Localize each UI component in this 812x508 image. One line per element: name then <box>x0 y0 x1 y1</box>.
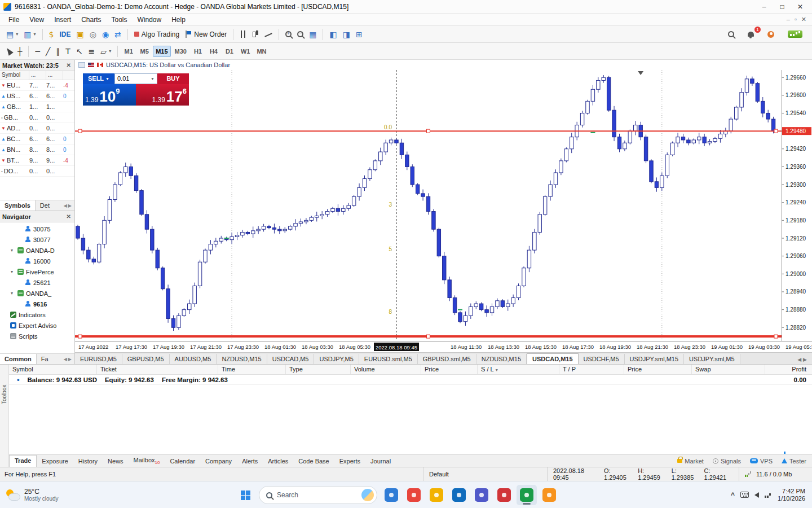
menu-insert[interactable]: Insert <box>49 15 76 25</box>
toolbox-tab-news[interactable]: News <box>103 456 129 466</box>
chart-canvas[interactable]: 0.03581.296601.296001.295401.294801.2942… <box>75 70 812 352</box>
lines-group-icon[interactable]: ≡ <box>86 46 98 57</box>
chart-tab-usdjpy-sml-m5[interactable]: USDJPY.sml,M5 <box>684 354 740 364</box>
record-icon[interactable]: ◎ <box>87 29 99 40</box>
chart-tab-usdjpy-sml-m15[interactable]: USDJPY.sml,M15 <box>625 354 685 364</box>
menu-tools[interactable]: Tools <box>107 15 133 25</box>
close-icon[interactable]: ✕ <box>65 62 72 68</box>
navigator-item-oanda-d[interactable]: ▾OANDA-D <box>0 245 74 256</box>
zoom-in-icon[interactable] <box>283 29 294 39</box>
chart-tab-nzdusd-m15[interactable]: NZDUSD,M15 <box>476 354 527 364</box>
clock-widget[interactable]: 7:42 PM 1/10/2026 <box>778 488 805 502</box>
dock-window-icon[interactable]: ⊞ <box>353 29 365 40</box>
market-watch-row[interactable]: ▼EU...7...7...-4 <box>0 80 74 91</box>
sell-button[interactable]: SELL ▼ <box>83 73 114 84</box>
toolbox-tab-experts[interactable]: Experts <box>334 456 365 466</box>
menu-window[interactable]: Window <box>133 15 167 25</box>
arrange-left-icon[interactable]: ◧ <box>326 29 339 40</box>
community-account-icon[interactable] <box>765 29 777 40</box>
navigator-item-expert-adviso[interactable]: Expert Adviso <box>0 320 74 331</box>
timeframe-h4[interactable]: H4 <box>206 46 221 57</box>
chart-tab-usdcad-m5[interactable]: USDCAD,M5 <box>267 354 315 364</box>
menu-file[interactable]: File <box>3 15 24 25</box>
arrow-object-icon[interactable]: ↖ <box>73 46 86 57</box>
sell-price[interactable]: 1.39 10 9 <box>83 84 136 106</box>
timeframe-m15[interactable]: M15 <box>153 46 170 57</box>
chart-tab-usdchf-m5[interactable]: USDCHF,M5 <box>579 354 625 364</box>
zoom-out-icon[interactable] <box>294 29 306 39</box>
taskbar-edge-icon[interactable] <box>381 485 401 505</box>
sync-icon[interactable]: ⇄ <box>112 29 124 40</box>
horizontal-line-icon[interactable]: ─ <box>32 46 42 57</box>
algo-trading-button[interactable]: Algo Trading <box>131 29 182 40</box>
market-watch-row[interactable]: ▼AD...0...0... <box>0 123 74 134</box>
search-icon[interactable] <box>725 29 737 39</box>
maximize-button[interactable]: □ <box>774 3 791 11</box>
navigator-tab-fa[interactable]: Fa <box>37 354 53 364</box>
toolbox-column-ticket[interactable]: Ticket <box>97 365 218 374</box>
candles-mode-icon[interactable] <box>249 29 262 40</box>
toolbox-tab-calendar[interactable]: Calendar <box>165 456 200 466</box>
expanded-caret-icon[interactable]: ▾ <box>11 248 15 253</box>
weather-widget[interactable]: 25°C Mostly cloudy <box>0 488 59 502</box>
taskbar-chrome-icon[interactable] <box>404 485 424 505</box>
toolbox-column-type[interactable]: Type <box>286 365 351 374</box>
market-watch-row[interactable]: •DO...0...0... <box>0 166 74 177</box>
expanded-caret-icon[interactable]: ▾ <box>11 269 15 274</box>
navigator-item-oanda-[interactable]: ▾OANDA_ <box>0 288 74 299</box>
close-button[interactable]: ✕ <box>792 3 809 11</box>
chart-tab-eurusd-sml-m5[interactable]: EURUSD.sml,M5 <box>359 354 418 364</box>
line-mode-icon[interactable] <box>262 29 275 40</box>
taskbar-media-icon[interactable] <box>494 485 514 505</box>
menu-view[interactable]: View <box>24 15 49 25</box>
toolbox-tab-articles[interactable]: Articles <box>263 456 293 466</box>
minimize-button[interactable]: – <box>756 3 773 11</box>
trendline-icon[interactable]: ╱ <box>43 46 53 57</box>
market-watch-column[interactable]: Symbol <box>0 71 29 80</box>
market-watch-tab-symbols[interactable]: Symbols <box>0 200 36 211</box>
timeframe-w1[interactable]: W1 <box>238 46 253 57</box>
chart-tab-scroll-arrows[interactable]: ◀▶ <box>797 357 812 364</box>
bars-mode-icon[interactable] <box>237 29 249 40</box>
chart-window-icon[interactable]: ▤▾ <box>3 29 21 40</box>
navigator-item-9616[interactable]: 9616 <box>0 299 74 309</box>
taskbar-store-icon[interactable] <box>449 485 469 505</box>
timeframe-d1[interactable]: D1 <box>222 46 237 57</box>
arrange-right-icon[interactable]: ◨ <box>340 29 353 40</box>
navigator-item-indicators[interactable]: Indicators <box>0 309 74 320</box>
chart-menu-icon[interactable] <box>78 62 85 68</box>
taskbar-teams-icon[interactable] <box>471 485 492 505</box>
navigator-item-30075[interactable]: 30075 <box>0 224 74 234</box>
toolbox-tab-journal[interactable]: Journal <box>365 456 396 466</box>
chart-tab-gbpusd-m5[interactable]: GBPUSD,M5 <box>122 354 170 364</box>
timeframe-mn[interactable]: MN <box>254 46 269 57</box>
toolbox-column-time[interactable]: Time <box>218 365 286 374</box>
notifications-icon[interactable]: 1 <box>745 30 757 38</box>
start-button[interactable] <box>236 485 255 505</box>
navigator-item-16000[interactable]: 16000 <box>0 256 74 266</box>
chart-tab-usdcad-m15[interactable]: USDCAD,M15 <box>527 353 579 364</box>
market-watch-column[interactable]: ... <box>46 71 63 80</box>
text-label-icon[interactable]: T <box>63 46 73 57</box>
market-button[interactable]: Market <box>677 458 704 465</box>
buy-button[interactable]: BUY <box>157 73 189 84</box>
navigator-tab-common[interactable]: Common <box>0 354 37 364</box>
market-watch-row[interactable]: ▼BT...9...9...-4 <box>0 155 74 166</box>
chart-tab-eurusd-m5[interactable]: EURUSD,M5 <box>75 354 122 364</box>
taskbar-browser-icon[interactable] <box>539 485 559 505</box>
tab-scroll-arrows[interactable]: ◀▶ <box>64 203 74 208</box>
mdi-close-icon[interactable]: ✕ <box>801 16 806 23</box>
chart-tab-gbpusd-sml-m5[interactable]: GBPUSD.sml,M5 <box>418 354 476 364</box>
chart-tab-usdjpy-m5[interactable]: USDJPY,M5 <box>314 354 359 364</box>
market-watch-column[interactable]: ... <box>29 71 46 80</box>
navigator-item-30077[interactable]: 30077 <box>0 234 74 245</box>
market-watch-row[interactable]: ▲BN...8...8...0 <box>0 144 74 155</box>
virtual-hosting-icon[interactable]: ▣ <box>73 29 86 40</box>
taskbar-search[interactable]: Search <box>259 486 377 504</box>
objects-icon[interactable]: ▱▾ <box>98 46 114 57</box>
cursor-icon[interactable] <box>3 46 15 56</box>
network-tray-icon[interactable] <box>765 492 772 498</box>
toolbox-tab-exposure[interactable]: Exposure <box>37 456 73 466</box>
toolbox-column-symbol[interactable]: Symbol <box>9 365 97 374</box>
vps-button[interactable]: VPS <box>750 458 773 465</box>
